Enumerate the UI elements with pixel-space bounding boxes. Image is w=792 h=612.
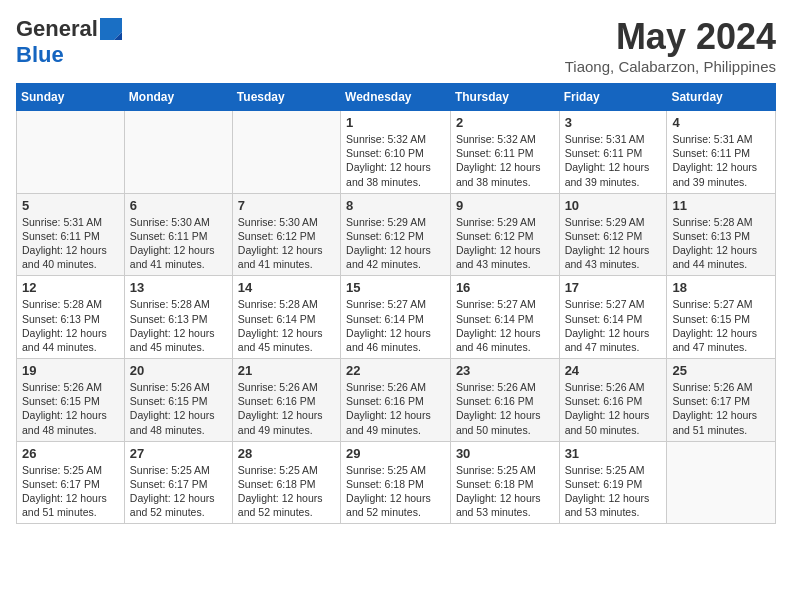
calendar-cell: 14Sunrise: 5:28 AM Sunset: 6:14 PM Dayli… [232,276,340,359]
day-number: 2 [456,115,554,130]
day-header-thursday: Thursday [450,84,559,111]
day-number: 28 [238,446,335,461]
week-row: 19Sunrise: 5:26 AM Sunset: 6:15 PM Dayli… [17,359,776,442]
day-info: Sunrise: 5:25 AM Sunset: 6:17 PM Dayligh… [22,464,107,519]
day-number: 24 [565,363,662,378]
calendar-cell: 2Sunrise: 5:32 AM Sunset: 6:11 PM Daylig… [450,111,559,194]
calendar-cell: 7Sunrise: 5:30 AM Sunset: 6:12 PM Daylig… [232,193,340,276]
calendar-cell: 20Sunrise: 5:26 AM Sunset: 6:15 PM Dayli… [124,359,232,442]
day-info: Sunrise: 5:28 AM Sunset: 6:13 PM Dayligh… [22,298,107,353]
calendar-cell: 30Sunrise: 5:25 AM Sunset: 6:18 PM Dayli… [450,441,559,524]
calendar-cell: 22Sunrise: 5:26 AM Sunset: 6:16 PM Dayli… [341,359,451,442]
day-info: Sunrise: 5:30 AM Sunset: 6:11 PM Dayligh… [130,216,215,271]
calendar-cell: 16Sunrise: 5:27 AM Sunset: 6:14 PM Dayli… [450,276,559,359]
day-info: Sunrise: 5:31 AM Sunset: 6:11 PM Dayligh… [565,133,650,188]
day-number: 26 [22,446,119,461]
day-info: Sunrise: 5:26 AM Sunset: 6:16 PM Dayligh… [238,381,323,436]
calendar-cell [667,441,776,524]
calendar-cell [17,111,125,194]
calendar-cell: 31Sunrise: 5:25 AM Sunset: 6:19 PM Dayli… [559,441,667,524]
day-number: 31 [565,446,662,461]
calendar-cell [124,111,232,194]
day-number: 9 [456,198,554,213]
calendar-cell: 15Sunrise: 5:27 AM Sunset: 6:14 PM Dayli… [341,276,451,359]
day-info: Sunrise: 5:25 AM Sunset: 6:17 PM Dayligh… [130,464,215,519]
calendar-cell: 23Sunrise: 5:26 AM Sunset: 6:16 PM Dayli… [450,359,559,442]
day-info: Sunrise: 5:29 AM Sunset: 6:12 PM Dayligh… [565,216,650,271]
day-info: Sunrise: 5:32 AM Sunset: 6:11 PM Dayligh… [456,133,541,188]
calendar-cell: 11Sunrise: 5:28 AM Sunset: 6:13 PM Dayli… [667,193,776,276]
day-number: 4 [672,115,770,130]
calendar-cell: 5Sunrise: 5:31 AM Sunset: 6:11 PM Daylig… [17,193,125,276]
day-number: 11 [672,198,770,213]
week-row: 26Sunrise: 5:25 AM Sunset: 6:17 PM Dayli… [17,441,776,524]
day-info: Sunrise: 5:28 AM Sunset: 6:13 PM Dayligh… [130,298,215,353]
day-header-tuesday: Tuesday [232,84,340,111]
day-info: Sunrise: 5:27 AM Sunset: 6:15 PM Dayligh… [672,298,757,353]
day-number: 1 [346,115,445,130]
calendar-cell: 28Sunrise: 5:25 AM Sunset: 6:18 PM Dayli… [232,441,340,524]
calendar-cell: 25Sunrise: 5:26 AM Sunset: 6:17 PM Dayli… [667,359,776,442]
calendar-cell: 24Sunrise: 5:26 AM Sunset: 6:16 PM Dayli… [559,359,667,442]
day-number: 22 [346,363,445,378]
calendar-cell: 17Sunrise: 5:27 AM Sunset: 6:14 PM Dayli… [559,276,667,359]
subtitle: Tiaong, Calabarzon, Philippines [565,58,776,75]
calendar-cell: 19Sunrise: 5:26 AM Sunset: 6:15 PM Dayli… [17,359,125,442]
day-info: Sunrise: 5:25 AM Sunset: 6:19 PM Dayligh… [565,464,650,519]
day-header-friday: Friday [559,84,667,111]
day-number: 23 [456,363,554,378]
calendar-cell: 8Sunrise: 5:29 AM Sunset: 6:12 PM Daylig… [341,193,451,276]
header-row: SundayMondayTuesdayWednesdayThursdayFrid… [17,84,776,111]
day-info: Sunrise: 5:31 AM Sunset: 6:11 PM Dayligh… [22,216,107,271]
day-number: 3 [565,115,662,130]
day-number: 17 [565,280,662,295]
logo-blue-text: Blue [16,42,64,68]
day-info: Sunrise: 5:28 AM Sunset: 6:14 PM Dayligh… [238,298,323,353]
main-title: May 2024 [565,16,776,58]
day-number: 6 [130,198,227,213]
day-number: 27 [130,446,227,461]
week-row: 1Sunrise: 5:32 AM Sunset: 6:10 PM Daylig… [17,111,776,194]
day-header-wednesday: Wednesday [341,84,451,111]
calendar-cell: 4Sunrise: 5:31 AM Sunset: 6:11 PM Daylig… [667,111,776,194]
calendar-cell: 26Sunrise: 5:25 AM Sunset: 6:17 PM Dayli… [17,441,125,524]
day-info: Sunrise: 5:25 AM Sunset: 6:18 PM Dayligh… [456,464,541,519]
day-number: 10 [565,198,662,213]
day-info: Sunrise: 5:28 AM Sunset: 6:13 PM Dayligh… [672,216,757,271]
calendar-cell: 9Sunrise: 5:29 AM Sunset: 6:12 PM Daylig… [450,193,559,276]
day-info: Sunrise: 5:26 AM Sunset: 6:17 PM Dayligh… [672,381,757,436]
title-block: May 2024 Tiaong, Calabarzon, Philippines [565,16,776,75]
day-info: Sunrise: 5:26 AM Sunset: 6:15 PM Dayligh… [22,381,107,436]
logo: General Blue [16,16,122,68]
calendar-cell: 18Sunrise: 5:27 AM Sunset: 6:15 PM Dayli… [667,276,776,359]
day-info: Sunrise: 5:26 AM Sunset: 6:16 PM Dayligh… [346,381,431,436]
calendar-cell: 3Sunrise: 5:31 AM Sunset: 6:11 PM Daylig… [559,111,667,194]
day-info: Sunrise: 5:25 AM Sunset: 6:18 PM Dayligh… [346,464,431,519]
logo-general-text: General [16,16,98,42]
day-number: 14 [238,280,335,295]
day-number: 12 [22,280,119,295]
day-number: 21 [238,363,335,378]
day-number: 8 [346,198,445,213]
day-number: 19 [22,363,119,378]
day-info: Sunrise: 5:30 AM Sunset: 6:12 PM Dayligh… [238,216,323,271]
calendar-cell: 1Sunrise: 5:32 AM Sunset: 6:10 PM Daylig… [341,111,451,194]
calendar-cell: 12Sunrise: 5:28 AM Sunset: 6:13 PM Dayli… [17,276,125,359]
day-number: 7 [238,198,335,213]
day-info: Sunrise: 5:26 AM Sunset: 6:16 PM Dayligh… [456,381,541,436]
logo-icon [100,18,122,40]
calendar-cell: 6Sunrise: 5:30 AM Sunset: 6:11 PM Daylig… [124,193,232,276]
calendar-cell [232,111,340,194]
day-number: 13 [130,280,227,295]
calendar-table: SundayMondayTuesdayWednesdayThursdayFrid… [16,83,776,524]
day-header-monday: Monday [124,84,232,111]
day-info: Sunrise: 5:26 AM Sunset: 6:15 PM Dayligh… [130,381,215,436]
day-number: 5 [22,198,119,213]
day-info: Sunrise: 5:31 AM Sunset: 6:11 PM Dayligh… [672,133,757,188]
day-info: Sunrise: 5:29 AM Sunset: 6:12 PM Dayligh… [346,216,431,271]
week-row: 5Sunrise: 5:31 AM Sunset: 6:11 PM Daylig… [17,193,776,276]
calendar-cell: 27Sunrise: 5:25 AM Sunset: 6:17 PM Dayli… [124,441,232,524]
calendar-cell: 21Sunrise: 5:26 AM Sunset: 6:16 PM Dayli… [232,359,340,442]
day-number: 25 [672,363,770,378]
week-row: 12Sunrise: 5:28 AM Sunset: 6:13 PM Dayli… [17,276,776,359]
